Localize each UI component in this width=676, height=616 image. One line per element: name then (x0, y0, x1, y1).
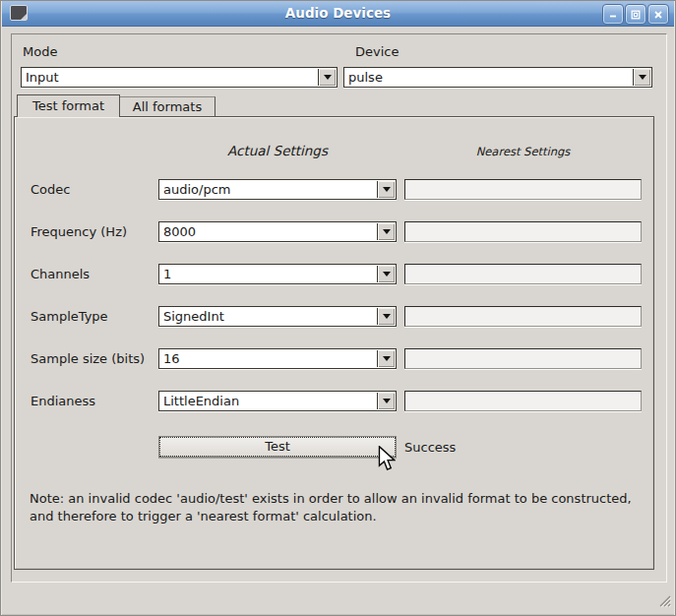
endianess-select-value: LittleEndian (163, 394, 239, 408)
mode-label: Mode (23, 44, 57, 59)
chevron-down-icon[interactable] (377, 308, 395, 325)
nearest-settings-header: Nearest Settings (404, 145, 642, 158)
channels-select[interactable]: 1 (158, 264, 397, 284)
samplesize-label: Sample size (bits) (31, 351, 145, 366)
note-line-2: and therefore to trigger a 'nearest form… (30, 508, 659, 525)
endianess-select[interactable]: LittleEndian (158, 391, 397, 411)
chevron-down-icon[interactable] (377, 181, 395, 198)
arrow-glyph (383, 314, 391, 319)
sampletype-nearest-field (404, 306, 642, 327)
device-label: Device (355, 44, 399, 59)
frequency-select-value: 8000 (163, 224, 196, 239)
titlebar[interactable]: Audio Devices (2, 1, 674, 27)
endianess-nearest-field (404, 391, 642, 411)
device-select-value: pulse (348, 70, 383, 85)
mode-select-value: Input (26, 70, 59, 85)
test-status: Success (404, 440, 456, 455)
chevron-down-icon[interactable] (633, 69, 650, 86)
codec-select-value: audio/pcm (163, 182, 230, 197)
audio-devices-window: Audio Devices Mode Device Input pulse (0, 0, 676, 616)
mode-select[interactable]: Input (21, 67, 338, 88)
arrow-glyph (383, 399, 391, 403)
arrow-glyph (383, 356, 391, 361)
codec-select[interactable]: audio/pcm (158, 179, 397, 200)
chevron-down-icon[interactable] (318, 69, 336, 86)
codec-label: Codec (31, 182, 70, 197)
note-line-1: Note: an invalid codec 'audio/test' exis… (30, 490, 659, 508)
tab-test-format[interactable]: Test format (17, 94, 120, 117)
resize-grip-icon[interactable] (656, 592, 671, 607)
close-button[interactable] (647, 4, 669, 25)
arrow-glyph (324, 75, 332, 80)
samplesize-select[interactable]: 16 (158, 348, 397, 369)
arrow-glyph (639, 75, 646, 80)
maximize-button[interactable] (625, 4, 646, 25)
arrow-glyph (383, 272, 391, 277)
channels-nearest-field (404, 264, 642, 284)
note-text: Note: an invalid codec 'audio/test' exis… (30, 490, 659, 524)
arrow-glyph (383, 187, 391, 192)
sampletype-select[interactable]: SignedInt (158, 306, 397, 327)
sampletype-label: SampleType (31, 309, 108, 324)
chevron-down-icon[interactable] (377, 266, 395, 282)
channels-select-value: 1 (163, 267, 171, 281)
chevron-down-icon[interactable] (377, 223, 395, 240)
codec-nearest-field (404, 179, 642, 200)
arrow-glyph (383, 229, 391, 234)
window-title: Audio Devices (2, 5, 674, 21)
close-icon (653, 10, 663, 20)
frequency-select[interactable]: 8000 (158, 221, 397, 242)
device-select[interactable]: pulse (343, 67, 652, 88)
maximize-icon (631, 10, 641, 20)
test-button[interactable]: Test (158, 436, 397, 458)
chevron-down-icon[interactable] (377, 393, 395, 409)
tab-all-formats[interactable]: All formats (120, 96, 215, 116)
sampletype-select-value: SignedInt (163, 309, 224, 324)
samplesize-nearest-field (404, 348, 642, 369)
frequency-label: Frequency (Hz) (31, 224, 127, 239)
endianess-label: Endianess (31, 394, 95, 408)
chevron-down-icon[interactable] (377, 350, 395, 367)
samplesize-select-value: 16 (163, 351, 180, 366)
minimize-icon (608, 10, 618, 20)
frequency-nearest-field (404, 221, 642, 242)
minimize-button[interactable] (602, 4, 624, 25)
channels-label: Channels (31, 267, 90, 281)
actual-settings-header: Actual Settings (158, 143, 397, 158)
